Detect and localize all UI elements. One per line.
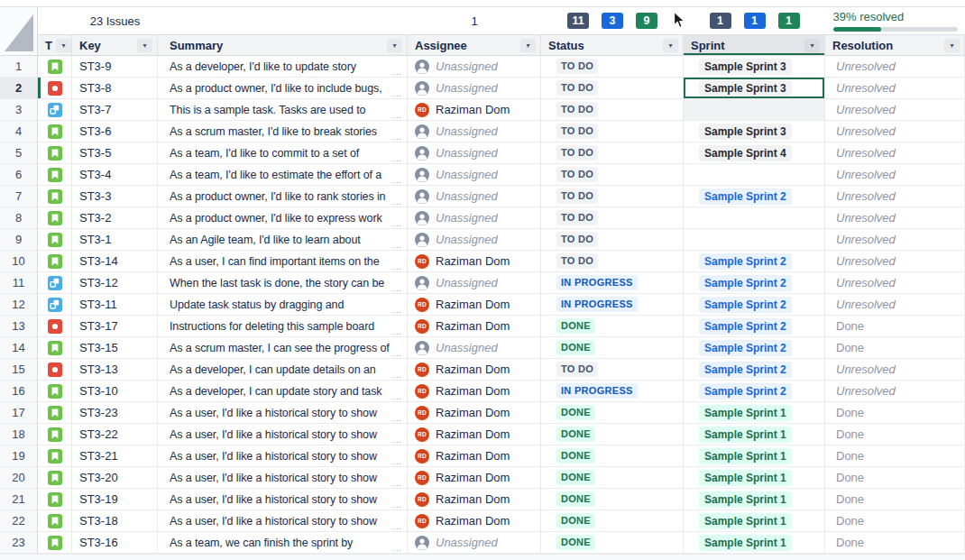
- row-number-cell[interactable]: 13: [0, 316, 38, 337]
- cell-assignee[interactable]: RD Raziman Dom: [408, 424, 541, 445]
- cell-summary[interactable]: As a scrum master, I'd like to break sto…: [158, 121, 408, 142]
- cell-sprint[interactable]: Sample Sprint 2: [684, 294, 825, 316]
- cell-summary[interactable]: As a user, I'd like a historical story t…: [158, 510, 408, 532]
- cell-key[interactable]: ST3-8: [72, 78, 158, 99]
- cell-type[interactable]: [38, 510, 72, 532]
- cell-resolution[interactable]: Unresolved: [825, 359, 965, 381]
- cell-assignee[interactable]: RD Raziman Dom: [408, 510, 541, 532]
- cell-status[interactable]: IN PROGRESS: [541, 294, 684, 316]
- row-number-cell[interactable]: 3: [0, 99, 38, 121]
- cell-summary[interactable]: As a team, I'd like to commit to a set o…: [158, 142, 408, 164]
- cell-key[interactable]: ST3-1: [72, 229, 158, 251]
- column-header-key[interactable]: Key▾: [72, 35, 158, 56]
- cell-key[interactable]: ST3-7: [72, 99, 158, 121]
- cell-type[interactable]: [38, 337, 72, 359]
- cell-resolution[interactable]: Unresolved: [825, 121, 965, 142]
- cell-key[interactable]: ST3-5: [72, 142, 158, 164]
- column-header-status[interactable]: Status▾: [541, 35, 684, 56]
- cell-resolution[interactable]: Unresolved: [825, 272, 965, 294]
- filter-button-type[interactable]: ▾: [56, 39, 71, 52]
- cell-sprint[interactable]: Sample Sprint 1: [684, 467, 825, 489]
- cell-status[interactable]: DONE: [541, 402, 684, 424]
- row-number-cell[interactable]: 14: [0, 337, 38, 359]
- cell-type[interactable]: [38, 294, 72, 316]
- cell-type[interactable]: [38, 359, 72, 381]
- cell-assignee[interactable]: Unassigned: [408, 272, 541, 294]
- cell-key[interactable]: ST3-23: [72, 402, 158, 424]
- cell-assignee[interactable]: RD Raziman Dom: [408, 99, 541, 121]
- cell-type[interactable]: [38, 532, 72, 554]
- cell-assignee[interactable]: Unassigned: [408, 78, 541, 99]
- cell-assignee[interactable]: RD Raziman Dom: [408, 381, 541, 402]
- row-number-cell[interactable]: 9: [0, 229, 38, 251]
- filter-button-key[interactable]: ▾: [137, 39, 152, 52]
- cell-summary[interactable]: As a user, I'd like a historical story t…: [158, 489, 408, 510]
- cell-key[interactable]: ST3-16: [72, 532, 158, 554]
- cell-sprint[interactable]: Sample Sprint 1: [684, 424, 825, 445]
- cell-resolution[interactable]: Done: [825, 532, 965, 554]
- cell-assignee[interactable]: RD Raziman Dom: [408, 467, 541, 489]
- row-number-cell[interactable]: 21: [0, 489, 38, 510]
- cell-status[interactable]: TO DO: [541, 78, 684, 99]
- cell-type[interactable]: [38, 381, 72, 402]
- cell-resolution[interactable]: Unresolved: [825, 78, 965, 99]
- cell-resolution[interactable]: Done: [825, 424, 965, 445]
- cell-type[interactable]: [38, 272, 72, 294]
- cell-summary[interactable]: As a user, I'd like a historical story t…: [158, 424, 408, 445]
- cell-resolution[interactable]: Done: [825, 489, 965, 510]
- cell-sprint[interactable]: Sample Sprint 1: [684, 445, 825, 467]
- cell-key[interactable]: ST3-17: [72, 316, 158, 337]
- cell-resolution[interactable]: Done: [825, 316, 965, 337]
- cell-summary[interactable]: As a user, I can find important items on…: [158, 251, 408, 272]
- cell-resolution[interactable]: Done: [825, 510, 965, 532]
- cell-status[interactable]: TO DO: [541, 251, 684, 272]
- cell-status[interactable]: DONE: [541, 467, 684, 489]
- row-number-cell[interactable]: 20: [0, 467, 38, 489]
- cell-status[interactable]: TO DO: [541, 207, 684, 229]
- cell-resolution[interactable]: Unresolved: [825, 381, 965, 402]
- row-number-cell[interactable]: 16: [0, 381, 38, 402]
- cell-status[interactable]: IN PROGRESS: [541, 381, 684, 402]
- column-header-assignee[interactable]: Assignee▾: [408, 35, 541, 56]
- row-number-cell[interactable]: 23: [0, 532, 38, 554]
- cell-sprint[interactable]: Sample Sprint 2: [684, 381, 825, 402]
- cell-key[interactable]: ST3-3: [72, 186, 158, 207]
- cell-key[interactable]: ST3-2: [72, 207, 158, 229]
- column-header-sprint[interactable]: Sprint▾: [684, 35, 825, 56]
- cell-sprint[interactable]: Sample Sprint 4: [684, 142, 825, 164]
- cell-sprint[interactable]: Sample Sprint 1: [684, 489, 825, 510]
- cell-summary[interactable]: Instructions for deleting this sample bo…: [158, 316, 408, 337]
- row-number-cell[interactable]: 10: [0, 251, 38, 272]
- row-number-cell[interactable]: 1: [0, 56, 38, 78]
- cell-summary[interactable]: When the last task is done, the story ca…: [158, 272, 408, 294]
- cell-assignee[interactable]: Unassigned: [408, 164, 541, 186]
- cell-resolution[interactable]: Done: [825, 467, 965, 489]
- cell-key[interactable]: ST3-9: [72, 56, 158, 78]
- cell-sprint[interactable]: Sample Sprint 3: [684, 121, 825, 142]
- cell-resolution[interactable]: Done: [825, 445, 965, 467]
- cell-key[interactable]: ST3-18: [72, 510, 158, 532]
- cell-resolution[interactable]: Done: [825, 402, 965, 424]
- cell-summary[interactable]: As a user, I'd like a historical story t…: [158, 402, 408, 424]
- cell-type[interactable]: [38, 56, 72, 78]
- column-header-resolution[interactable]: Resolution▾: [825, 35, 965, 56]
- cell-sprint[interactable]: [684, 229, 825, 251]
- cell-status[interactable]: TO DO: [541, 121, 684, 142]
- cell-sprint[interactable]: Sample Sprint 2: [684, 337, 825, 359]
- cell-type[interactable]: [38, 467, 72, 489]
- cell-resolution[interactable]: Done: [825, 337, 965, 359]
- select-all-corner[interactable]: [0, 6, 38, 56]
- row-number-cell[interactable]: 8: [0, 207, 38, 229]
- cell-summary[interactable]: As a developer, I can update story and t…: [158, 381, 408, 402]
- cell-resolution[interactable]: Unresolved: [825, 186, 965, 207]
- cell-assignee[interactable]: RD Raziman Dom: [408, 489, 541, 510]
- cell-key[interactable]: ST3-13: [72, 359, 158, 381]
- cell-assignee[interactable]: RD Raziman Dom: [408, 402, 541, 424]
- row-number-cell[interactable]: 11: [0, 272, 38, 294]
- cell-key[interactable]: ST3-14: [72, 251, 158, 272]
- cell-resolution[interactable]: Unresolved: [825, 164, 965, 186]
- cell-resolution[interactable]: Unresolved: [825, 56, 965, 78]
- cell-assignee[interactable]: RD Raziman Dom: [408, 294, 541, 316]
- cell-type[interactable]: [38, 78, 72, 99]
- cell-key[interactable]: ST3-6: [72, 121, 158, 142]
